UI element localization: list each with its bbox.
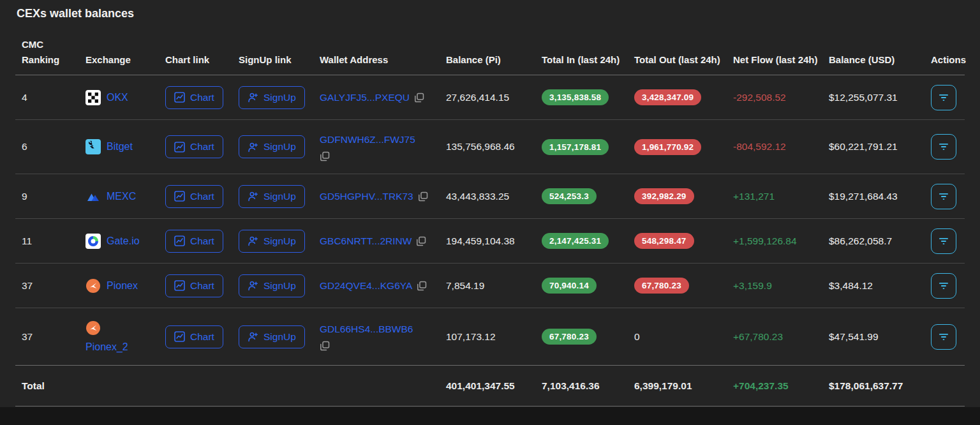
row-actions-button[interactable] — [931, 85, 956, 110]
signup-button-label: SignUp — [264, 191, 296, 202]
exchange-link-mexc[interactable]: MEXC — [79, 189, 159, 204]
filter-icon — [938, 141, 949, 153]
exchange-link-okx[interactable]: OKX — [79, 90, 159, 105]
col-header-balance-usd: Balance (USD) — [822, 52, 924, 75]
balance-usd-value: $3,484.12 — [822, 280, 924, 292]
user-add-icon — [248, 235, 258, 246]
total-balance-usd: $178,061,637.77 — [822, 380, 924, 392]
copy-button[interactable] — [320, 341, 330, 351]
net-flow-value: -804,592.12 — [727, 141, 822, 153]
table-total-row: Total 401,401,347.55 7,103,416.36 6,399,… — [15, 366, 965, 406]
net-flow-value: -292,508.52 — [727, 92, 822, 103]
col-header-total-in: Total In (last 24h) — [535, 52, 628, 75]
total-in-badge: 70,940.14 — [542, 278, 597, 294]
wallet-address-link[interactable]: GDL66HS4...BBWB6 — [320, 324, 413, 334]
col-header-cmc-ranking: CMC Ranking — [15, 37, 79, 75]
copy-button[interactable] — [418, 191, 428, 202]
net-flow-value: +67,780.23 — [727, 331, 822, 343]
line-chart-icon — [174, 191, 185, 202]
pionex-logo-icon — [85, 278, 101, 294]
user-add-icon — [248, 191, 258, 202]
user-add-icon — [248, 331, 258, 342]
col-header-net-flow: Net Flow (last 24h) — [727, 52, 822, 75]
chart-button[interactable]: Chart — [165, 230, 223, 253]
wallet-address-link[interactable]: GALYJFJ5...PXEQU — [320, 91, 410, 105]
exchange-name: MEXC — [107, 191, 136, 202]
wallet-address-link[interactable]: GD24QVE4...KG6YA — [320, 279, 412, 293]
chart-button[interactable]: Chart — [165, 325, 223, 348]
cmc-ranking-value: 4 — [15, 92, 79, 103]
copy-icon — [416, 236, 426, 246]
total-net-flow: +704,237.35 — [727, 380, 822, 392]
line-chart-icon — [174, 142, 185, 153]
col-header-chart-link: Chart link — [159, 52, 232, 75]
cmc-ranking-value: 37 — [15, 331, 79, 343]
chart-button-label: Chart — [190, 141, 214, 153]
filter-icon — [938, 280, 949, 292]
row-actions-button[interactable] — [931, 134, 956, 160]
line-chart-icon — [174, 92, 185, 103]
col-header-exchange: Exchange — [79, 52, 159, 75]
table-row-mexc: 9 MEXC Chart SignUp GD5HGPHV...TRK73 43,… — [15, 174, 965, 219]
exchange-link-pionex[interactable]: Pionex — [79, 278, 159, 294]
wallet-address-link[interactable]: GBC6NRTT...2RINW — [320, 234, 412, 248]
balance-usd-value: $86,262,058.7 — [822, 235, 924, 247]
total-out-badge: 392,982.29 — [634, 188, 694, 204]
exchange-link-gateio[interactable]: Gate.io — [79, 234, 159, 249]
chart-button-label: Chart — [190, 280, 214, 292]
copy-button[interactable] — [416, 236, 426, 246]
signup-button[interactable]: SignUp — [239, 230, 305, 253]
net-flow-value: +3,159.9 — [727, 280, 822, 292]
chart-button[interactable]: Chart — [165, 185, 223, 208]
balance-pi-value: 194,459,104.38 — [440, 235, 535, 247]
row-actions-button[interactable] — [931, 184, 956, 209]
copy-icon — [320, 151, 330, 161]
col-header-actions: Actions — [924, 52, 965, 75]
chart-button[interactable]: Chart — [165, 135, 223, 158]
copy-icon — [414, 93, 424, 103]
total-in-badge: 2,147,425.31 — [542, 233, 609, 249]
exchange-name: Pionex_2 — [85, 341, 128, 353]
copy-icon — [417, 281, 427, 291]
balance-pi-value: 107,173.12 — [440, 331, 535, 343]
chart-button-label: Chart — [190, 235, 214, 247]
chart-button[interactable]: Chart — [165, 86, 223, 109]
exchange-name: Bitget — [107, 141, 133, 153]
row-actions-button[interactable] — [931, 324, 956, 350]
table-row-gateio: 11 Gate.io Chart SignUp GBC6NRTT...2RINW… — [15, 219, 965, 264]
row-actions-button[interactable] — [931, 273, 956, 299]
wallet-address-link[interactable]: GD5HGPHV...TRK73 — [320, 190, 413, 204]
cmc-ranking-value: 11 — [15, 235, 79, 247]
total-out-value: 0 — [628, 331, 727, 343]
table-row-pionex-2: 37 Pionex_2 Chart SignUp GDL66HS4...BBWB… — [15, 308, 965, 366]
col-header-total-out: Total Out (last 24h) — [628, 52, 727, 75]
line-chart-icon — [174, 280, 185, 291]
copy-button[interactable] — [414, 93, 424, 103]
copy-button[interactable] — [320, 151, 330, 161]
balance-usd-value: $19,271,684.43 — [822, 191, 924, 202]
total-out-badge: 548,298.47 — [634, 233, 694, 249]
line-chart-icon — [174, 235, 185, 246]
exchange-link-pionex-2[interactable]: Pionex_2 — [79, 318, 159, 355]
exchange-name: OKX — [107, 92, 128, 103]
signup-button[interactable]: SignUp — [239, 86, 305, 109]
balance-usd-value: $12,255,077.31 — [822, 92, 924, 103]
chart-button-label: Chart — [190, 191, 214, 202]
signup-button[interactable]: SignUp — [239, 135, 305, 158]
signup-button[interactable]: SignUp — [239, 325, 305, 348]
signup-button[interactable]: SignUp — [239, 274, 305, 297]
wallet-address-link[interactable]: GDFNWH6Z...FWJ75 — [320, 134, 415, 145]
signup-button[interactable]: SignUp — [239, 185, 305, 208]
net-flow-value: +1,599,126.84 — [727, 235, 822, 247]
chart-button[interactable]: Chart — [165, 274, 223, 297]
okx-logo-icon — [85, 90, 101, 105]
row-actions-button[interactable] — [931, 228, 956, 254]
exchange-name: Gate.io — [107, 235, 140, 247]
total-out-sum: 6,399,179.01 — [628, 380, 727, 392]
copy-button[interactable] — [417, 281, 427, 291]
cmc-ranking-value: 6 — [15, 141, 79, 153]
user-add-icon — [248, 142, 258, 153]
col-header-wallet-address: Wallet Address — [313, 52, 440, 75]
exchange-link-bitget[interactable]: Bitget — [79, 139, 159, 154]
balance-pi-value: 43,443,833.25 — [440, 191, 535, 202]
